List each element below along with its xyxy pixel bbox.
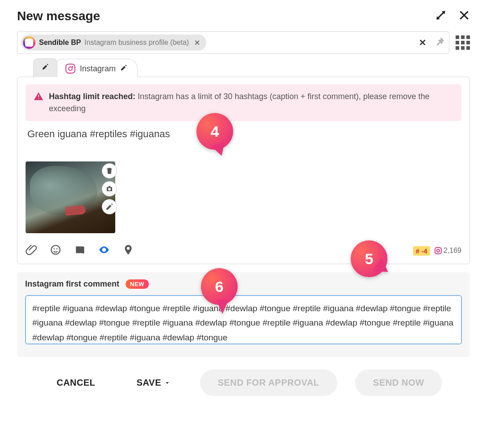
library-icon[interactable] bbox=[74, 244, 86, 257]
attachment-icon[interactable] bbox=[26, 244, 37, 257]
hashtag-counter: # -4 bbox=[413, 246, 430, 256]
svg-point-0 bbox=[51, 245, 60, 254]
preview-icon[interactable] bbox=[98, 244, 110, 257]
camera-icon[interactable] bbox=[102, 181, 117, 196]
tab-instagram[interactable]: Instagram bbox=[57, 59, 138, 77]
first-comment-input[interactable] bbox=[25, 295, 462, 344]
warning-icon bbox=[34, 91, 43, 101]
edit-media-icon[interactable] bbox=[102, 199, 117, 214]
close-icon[interactable] bbox=[458, 9, 470, 23]
chevron-down-icon bbox=[164, 380, 170, 386]
svg-point-2 bbox=[57, 248, 58, 249]
tab-instagram-label: Instagram bbox=[80, 64, 116, 74]
pin-icon[interactable] bbox=[434, 36, 445, 49]
warning-title: Hashtag limit reached: bbox=[49, 92, 135, 101]
instagram-mini-icon bbox=[435, 247, 442, 254]
new-badge: NEW bbox=[126, 279, 149, 289]
instagram-avatar-icon bbox=[23, 36, 35, 49]
emoji-icon[interactable] bbox=[50, 244, 61, 257]
remove-account-icon[interactable]: ✕ bbox=[192, 39, 202, 47]
send-for-approval-button[interactable]: SEND FOR APPROVAL bbox=[200, 370, 337, 396]
instagram-icon bbox=[65, 64, 75, 74]
send-now-button[interactable]: SEND NOW bbox=[355, 370, 442, 396]
first-comment-title: Instagram first comment bbox=[25, 279, 119, 289]
account-subtype: Instagram business profile (beta) bbox=[84, 39, 189, 47]
location-icon[interactable] bbox=[122, 244, 134, 257]
expand-icon[interactable] bbox=[435, 9, 447, 23]
cancel-button[interactable]: CANCEL bbox=[45, 371, 107, 394]
account-selector[interactable]: Sendible BP Instagram business profile (… bbox=[17, 31, 449, 54]
save-button[interactable]: SAVE bbox=[125, 371, 182, 394]
page-title: New message bbox=[17, 9, 100, 23]
first-comment-panel: Instagram first comment NEW bbox=[17, 272, 470, 357]
tab-compose[interactable] bbox=[33, 58, 57, 77]
editor-panel: Hashtag limit reached: Instagram has a l… bbox=[17, 77, 470, 264]
account-name: Sendible BP bbox=[39, 39, 81, 47]
hashtag-limit-warning: Hashtag limit reached: Instagram has a l… bbox=[26, 84, 461, 121]
character-counter: 2,169 bbox=[435, 247, 461, 255]
caption-input[interactable]: Green iguana #reptiles #iguanas bbox=[26, 121, 461, 158]
account-chip[interactable]: Sendible BP Instagram business profile (… bbox=[21, 35, 206, 51]
media-thumbnail[interactable] bbox=[26, 161, 115, 233]
edit-tab-icon[interactable] bbox=[120, 64, 127, 74]
clear-accounts-icon[interactable]: ✕ bbox=[419, 37, 426, 48]
svg-point-1 bbox=[53, 248, 55, 249]
pencil-icon bbox=[42, 63, 49, 73]
delete-media-icon[interactable] bbox=[102, 163, 117, 178]
apps-grid-icon[interactable] bbox=[456, 35, 470, 50]
